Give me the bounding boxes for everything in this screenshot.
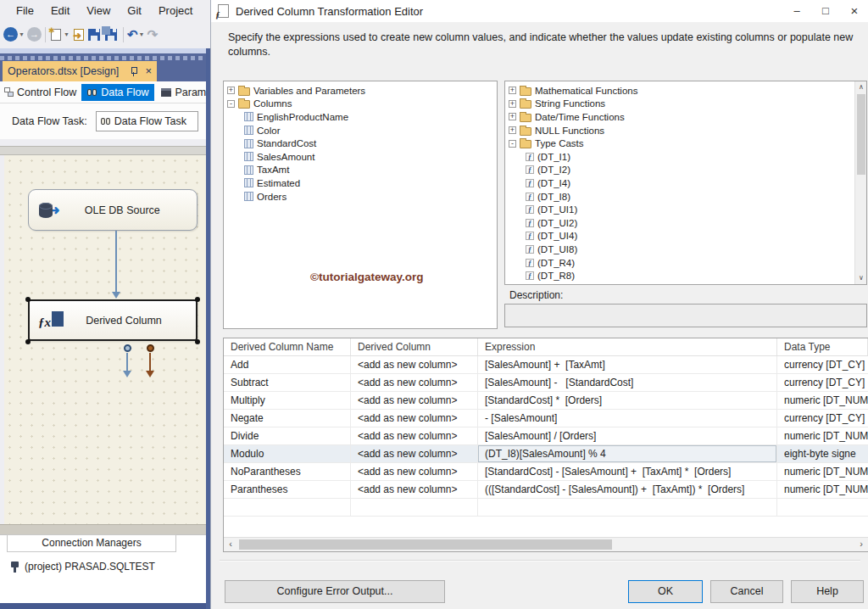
- tree-folder-string[interactable]: +String Functions: [505, 98, 854, 111]
- tree-item-cast[interactable]: ƒ(DT_R8): [505, 269, 854, 282]
- grid-row-empty[interactable]: [224, 499, 868, 517]
- grid-row-modulo[interactable]: Modulo <add as new column> (DT_I8)[Sales…: [224, 445, 868, 463]
- menu-edit[interactable]: Edit: [43, 2, 77, 20]
- expand-icon[interactable]: +: [509, 113, 516, 120]
- tree-folder-datetime[interactable]: +Date/Time Functions: [505, 110, 854, 124]
- close-icon[interactable]: ×: [840, 0, 868, 22]
- collapse-icon[interactable]: -: [509, 140, 516, 148]
- cell-name[interactable]: Subtract: [224, 374, 351, 391]
- connection-managers-header[interactable]: Connection Managers: [7, 534, 176, 552]
- grid-horizontal-scrollbar[interactable]: ‹ ›: [224, 537, 868, 551]
- cell-expression[interactable]: [SalesAmount] / [Orders]: [478, 427, 777, 444]
- open-file-icon[interactable]: ➜: [74, 29, 84, 41]
- data-flow-task-dropdown[interactable]: Data Flow Task: [96, 111, 198, 131]
- tree-folder-columns[interactable]: - Columns: [224, 98, 497, 111]
- cell-data-type[interactable]: eight-byte signe: [777, 445, 868, 462]
- redo-icon[interactable]: ↷: [147, 29, 158, 41]
- grid-row-subtract[interactable]: Subtract <add as new column> [SalesAmoun…: [224, 374, 868, 392]
- navigate-back-icon[interactable]: ←: [3, 27, 18, 42]
- cell-derived-column[interactable]: <add as new column>: [351, 463, 478, 480]
- tree-item-cast[interactable]: ƒ(DT_UI1): [505, 203, 854, 216]
- error-output-connector-dot[interactable]: [147, 344, 154, 352]
- dialog-title-bar[interactable]: Derived Column Transformation Editor – □…: [211, 0, 868, 22]
- new-file-icon[interactable]: ✱: [51, 29, 61, 41]
- selection-handle[interactable]: [195, 297, 200, 302]
- menu-git[interactable]: Git: [120, 2, 149, 20]
- cell-derived-column[interactable]: <add as new column>: [351, 427, 478, 444]
- cell-expression[interactable]: [SalesAmount] + [TaxAmt]: [478, 356, 777, 373]
- data-path-connector[interactable]: [115, 231, 117, 293]
- tab-control-flow[interactable]: Control Flow: [17, 87, 76, 98]
- horizontal-splitter[interactable]: [0, 146, 206, 155]
- document-tab-operators[interactable]: Operators.dtsx [Design] ×: [3, 61, 157, 81]
- expand-icon[interactable]: +: [509, 126, 516, 134]
- tree-item-column[interactable]: EnglishProductName: [224, 110, 497, 124]
- scroll-left-icon[interactable]: ‹: [224, 538, 237, 551]
- cell-data-type[interactable]: currency [DT_CY]: [777, 374, 868, 391]
- undo-dropdown-icon[interactable]: ▼: [138, 31, 144, 37]
- cell-expression[interactable]: [SalesAmount] - [StandardCost]: [478, 374, 777, 391]
- tab-data-flow[interactable]: Data Flow: [81, 84, 154, 101]
- grid-row-multiply[interactable]: Multiply <add as new column> [StandardCo…: [224, 392, 868, 410]
- cell-derived-column[interactable]: <add as new column>: [351, 392, 478, 409]
- cell-data-type[interactable]: numeric [DT_NUM: [777, 392, 868, 409]
- ole-db-source-box[interactable]: ➜ OLE DB Source: [28, 189, 198, 231]
- scroll-down-icon[interactable]: ∨: [855, 272, 867, 284]
- tree-item-cast[interactable]: ƒ(DT_UI8): [505, 243, 854, 256]
- connection-manager-item[interactable]: (project) PRASAD.SQLTEST: [10, 561, 155, 573]
- grid-row-add[interactable]: Add <add as new column> [SalesAmount] + …: [224, 356, 868, 374]
- save-all-icon[interactable]: [105, 29, 117, 41]
- back-dropdown-icon[interactable]: ▼: [19, 31, 25, 37]
- help-button[interactable]: Help: [791, 580, 864, 603]
- output-path[interactable]: [126, 353, 128, 372]
- derived-columns-grid[interactable]: Derived Column Name Derived Column Expre…: [223, 338, 868, 552]
- scroll-up-icon[interactable]: ∧: [855, 81, 867, 93]
- cell-name[interactable]: Multiply: [224, 392, 351, 409]
- cancel-button[interactable]: Cancel: [710, 580, 783, 603]
- minimize-icon[interactable]: –: [782, 0, 811, 22]
- expand-icon[interactable]: +: [227, 87, 235, 94]
- tree-item-cast[interactable]: ƒ(DT_R4): [505, 256, 854, 270]
- menu-file[interactable]: File: [8, 2, 42, 20]
- tree-item-column[interactable]: Orders: [224, 190, 497, 204]
- cell-data-type[interactable]: currency [DT_CY]: [777, 356, 868, 373]
- cell-name[interactable]: Modulo: [224, 445, 351, 462]
- cell-data-type[interactable]: numeric [DT_NUM: [777, 481, 868, 498]
- cell-name[interactable]: Divide: [224, 427, 351, 444]
- undo-icon[interactable]: ↶: [127, 29, 138, 41]
- cell-name[interactable]: Parantheses: [224, 481, 351, 498]
- tree-folder-variables[interactable]: + Variables and Parameters: [224, 84, 497, 98]
- menu-project[interactable]: Project: [151, 2, 200, 20]
- tab-close-icon[interactable]: ×: [145, 66, 152, 76]
- pin-icon[interactable]: [130, 66, 138, 76]
- selection-handle[interactable]: [25, 339, 31, 344]
- tree-item-column[interactable]: TaxAmt: [224, 164, 497, 177]
- derived-column-box[interactable]: ƒx Derived Column: [28, 299, 198, 341]
- tree-folder-type-casts[interactable]: -Type Casts: [505, 137, 854, 150]
- cell-derived-column[interactable]: <add as new column>: [351, 445, 478, 462]
- cell-expression-selected[interactable]: (DT_I8)[SalesAmount] % 4: [478, 445, 777, 462]
- cell-data-type[interactable]: numeric [DT_NUM: [777, 427, 868, 444]
- save-icon[interactable]: [88, 29, 100, 41]
- tree-item-column[interactable]: Estimated: [224, 176, 497, 190]
- tree-item-column[interactable]: StandardCost: [224, 137, 497, 150]
- cell-data-type[interactable]: currency [DT_CY]: [777, 410, 868, 427]
- cell-name[interactable]: Negate: [224, 410, 351, 427]
- tree-folder-math[interactable]: +Mathematical Functions: [505, 84, 854, 98]
- scrollbar-thumb[interactable]: [857, 94, 865, 175]
- connection-managers-splitter[interactable]: [0, 524, 206, 534]
- grid-row-negate[interactable]: Negate <add as new column> - [SalesAmoun…: [224, 410, 868, 427]
- cell-data-type[interactable]: numeric [DT_NUM: [777, 463, 868, 480]
- cell-derived-column[interactable]: <add as new column>: [351, 374, 478, 391]
- scrollbar-thumb[interactable]: [239, 539, 612, 550]
- ok-button[interactable]: OK: [628, 580, 703, 603]
- menu-view[interactable]: View: [79, 2, 118, 20]
- tree-item-cast[interactable]: ƒ(DT_UI4): [505, 230, 854, 243]
- selection-handle[interactable]: [195, 339, 200, 344]
- grid-row-parantheses[interactable]: Parantheses <add as new column> (([Stand…: [224, 481, 868, 499]
- cell-expression[interactable]: [StandardCost] * [Orders]: [478, 392, 777, 409]
- tree-item-cast[interactable]: ƒ(DT_I1): [505, 150, 854, 164]
- tree-item-cast[interactable]: ƒ(DT_UI2): [505, 216, 854, 230]
- cell-name[interactable]: NoParantheses: [224, 463, 351, 480]
- cell-derived-column[interactable]: <add as new column>: [351, 481, 478, 498]
